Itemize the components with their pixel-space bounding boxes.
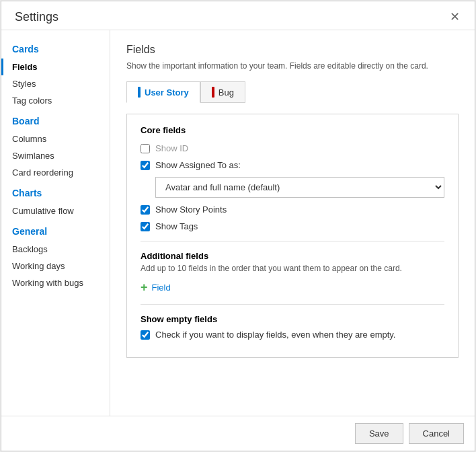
sidebar-section-general: General — [1, 219, 110, 241]
show-empty-row: Check if you want to display fields, eve… — [141, 330, 444, 340]
show-tags-row: Show Tags — [141, 221, 444, 231]
sidebar-item-fields[interactable]: Fields — [1, 59, 110, 75]
sidebar-item-tag-colors[interactable]: Tag colors — [1, 92, 110, 109]
sidebar-item-card-reordering[interactable]: Card reordering — [1, 164, 110, 181]
sidebar-section-cards: Cards — [1, 37, 110, 59]
sidebar-item-styles[interactable]: Styles — [1, 75, 110, 92]
divider-2 — [141, 304, 444, 305]
settings-dialog: Settings ✕ Cards Fields Styles Tag color… — [1, 1, 475, 451]
core-fields-title: Core fields — [141, 125, 444, 135]
additional-fields-desc: Add up to 10 fields in the order that yo… — [141, 264, 444, 273]
show-id-row: Show ID — [141, 143, 444, 153]
section-title: Fields — [126, 44, 459, 56]
show-id-label: Show ID — [155, 143, 188, 153]
show-empty-checkbox[interactable] — [141, 330, 150, 340]
show-assigned-label: Show Assigned To as: — [155, 160, 241, 170]
sidebar-item-working-days[interactable]: Working days — [1, 258, 110, 274]
show-story-points-row: Show Story Points — [141, 204, 444, 215]
save-button[interactable]: Save — [355, 423, 403, 444]
bug-indicator — [212, 87, 214, 98]
tab-user-story-label: User Story — [145, 87, 189, 98]
tab-bug[interactable]: Bug — [200, 81, 245, 103]
show-assigned-row: Show Assigned To as: — [141, 160, 444, 170]
user-story-indicator — [138, 87, 141, 98]
sidebar-item-backlogs[interactable]: Backlogs — [1, 241, 110, 258]
show-story-points-label: Show Story Points — [155, 204, 227, 215]
divider-1 — [141, 241, 444, 241]
dialog-body: Cards Fields Styles Tag colors Board Col… — [1, 30, 475, 416]
sidebar-item-swimlanes[interactable]: Swimlanes — [1, 147, 110, 164]
show-id-checkbox[interactable] — [141, 144, 150, 153]
sidebar-section-charts: Charts — [1, 181, 110, 202]
plus-icon: + — [141, 281, 148, 293]
assigned-dropdown[interactable]: Avatar and full name (default) Avatar on… — [155, 177, 444, 198]
close-button[interactable]: ✕ — [446, 9, 464, 24]
show-empty-label: Check if you want to display fields, eve… — [155, 330, 395, 340]
show-assigned-checkbox[interactable] — [141, 161, 150, 170]
sidebar-item-working-with-bugs[interactable]: Working with bugs — [1, 274, 110, 291]
tab-bug-label: Bug — [219, 87, 234, 98]
sidebar-section-board: Board — [1, 109, 110, 130]
sidebar-item-cumulative-flow[interactable]: Cumulative flow — [1, 202, 110, 219]
sidebar: Cards Fields Styles Tag colors Board Col… — [1, 30, 110, 416]
assigned-dropdown-row: Avatar and full name (default) Avatar on… — [155, 177, 444, 198]
additional-fields-title: Additional fields — [141, 251, 444, 261]
main-content: Fields Show the important information to… — [110, 30, 475, 416]
tab-user-story[interactable]: User Story — [126, 81, 200, 103]
show-tags-checkbox[interactable] — [141, 222, 150, 231]
show-empty-title: Show empty fields — [141, 314, 444, 324]
dialog-footer: Save Cancel — [1, 416, 475, 451]
tabs-container: User Story Bug — [126, 81, 459, 103]
fields-box: Core fields Show ID Show Assigned To as:… — [126, 114, 459, 358]
sidebar-item-columns[interactable]: Columns — [1, 130, 110, 147]
add-field-label: Field — [152, 282, 171, 293]
add-field-button[interactable]: + Field — [141, 281, 171, 293]
section-desc: Show the important information to your t… — [126, 61, 459, 71]
show-tags-label: Show Tags — [155, 221, 198, 231]
cancel-button[interactable]: Cancel — [409, 423, 464, 444]
dialog-title: Settings — [15, 10, 58, 24]
show-story-points-checkbox[interactable] — [141, 205, 150, 215]
dialog-header: Settings ✕ — [1, 1, 475, 30]
